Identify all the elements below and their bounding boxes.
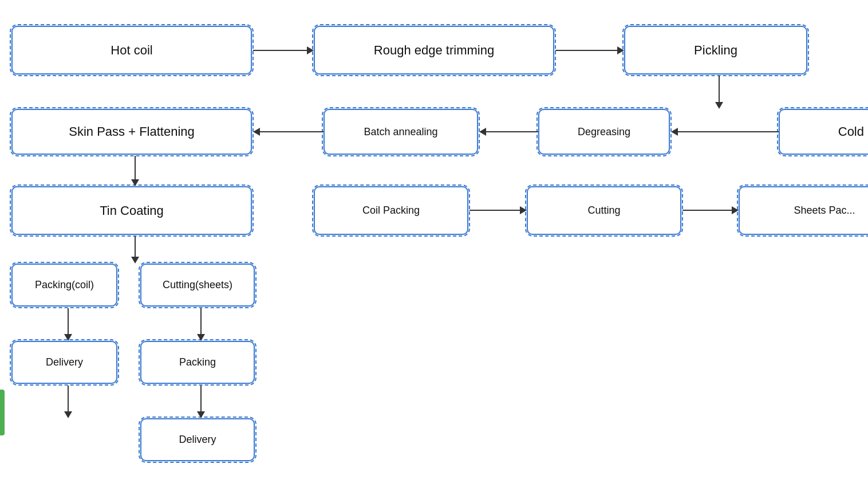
arrow-right-0 [253, 46, 314, 54]
arrow-down-4 [197, 308, 205, 341]
arrow-right-1 [555, 46, 624, 54]
node-sheets-packing[interactable]: Sheets Pac... [739, 186, 868, 235]
arrow-down-2 [131, 236, 139, 264]
node-degreasing[interactable]: Degreasing [538, 109, 670, 155]
node-packing-2[interactable]: Packing [140, 341, 255, 384]
node-cutting-sheets[interactable]: Cutting(sheets) [140, 264, 255, 307]
node-batch-annealing[interactable]: Batch annealing [323, 109, 478, 155]
node-skin-pass[interactable]: Skin Pass + Flattening [11, 109, 252, 155]
arrow-down-1 [131, 156, 139, 186]
node-coil-packing[interactable]: Coil Packing [314, 186, 468, 235]
diagram-canvas: Hot coilRough edge trimmingPicklingCold … [0, 0, 868, 470]
arrow-right-3 [682, 206, 739, 214]
node-hot-coil[interactable]: Hot coil [11, 26, 252, 74]
arrow-right-2 [469, 206, 527, 214]
arrow-left-1 [671, 128, 779, 136]
node-cold-rolling[interactable]: Cold Rolli... [779, 109, 868, 155]
node-delivery-2[interactable]: Delivery [140, 418, 255, 461]
arrow-down-0 [715, 76, 723, 109]
arrow-down-5 [64, 386, 72, 418]
node-delivery-1[interactable]: Delivery [11, 341, 117, 384]
arrow-down-3 [64, 308, 72, 341]
scroll-area[interactable]: Hot coilRough edge trimmingPicklingCold … [0, 0, 868, 481]
node-packing-coil[interactable]: Packing(coil) [11, 264, 117, 307]
node-tin-coating[interactable]: Tin Coating [11, 186, 252, 235]
green-bar [0, 390, 5, 435]
arrow-down-6 [197, 386, 205, 418]
node-pickling[interactable]: Pickling [624, 26, 807, 74]
arrow-left-0 [479, 128, 538, 136]
arrow-left-2 [253, 128, 323, 136]
node-cutting[interactable]: Cutting [527, 186, 681, 235]
node-rough-edge-trimming[interactable]: Rough edge trimming [314, 26, 554, 74]
